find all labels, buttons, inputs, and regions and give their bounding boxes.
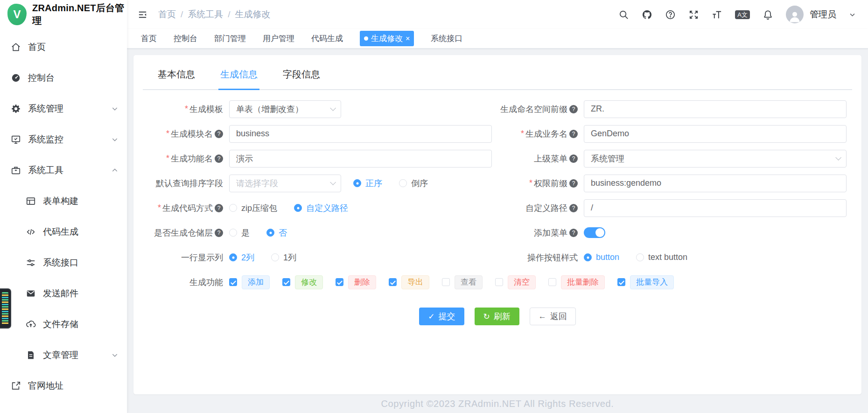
sidebar-item-official-site[interactable]: 官网地址 [0, 371, 127, 401]
sort-field-select[interactable]: 请选择字段 [229, 175, 341, 192]
field-label: 一行显示列 [143, 252, 229, 263]
checkbox-export[interactable]: 导出 [389, 275, 429, 289]
checkbox-batch-import[interactable]: 批量导入 [617, 275, 674, 289]
sidebar-item-send-mail[interactable]: 发送邮件 [0, 278, 127, 309]
form-builder-icon [25, 196, 36, 207]
help-icon[interactable]: ? [569, 204, 578, 212]
browser-extension-widget[interactable] [0, 288, 11, 329]
help-icon[interactable]: ? [569, 130, 578, 138]
sidebar-item-label: 系统工具 [28, 164, 63, 176]
radio-btn-style-button[interactable]: button [584, 252, 619, 262]
radio-icon [266, 229, 274, 237]
checkbox-delete[interactable]: 删除 [336, 275, 376, 289]
checkbox-edit[interactable]: 修改 [282, 275, 323, 289]
tag-home[interactable]: 首页 [141, 33, 157, 44]
help-icon[interactable]: ? [215, 154, 223, 163]
sidebar-item-file-storage[interactable]: 文件存储 [0, 309, 127, 340]
sidebar-item-system-monitor[interactable]: 系统监控 [0, 124, 127, 155]
field-label: 生成命名空间前缀 ? [497, 104, 584, 115]
sidebar-item-dashboard[interactable]: 控制台 [0, 63, 127, 93]
tag-dashboard[interactable]: 控制台 [174, 33, 197, 44]
sidebar-item-system-api[interactable]: 系统接口 [0, 247, 127, 278]
avatar[interactable] [786, 6, 804, 23]
tag-user-admin[interactable]: 用户管理 [263, 33, 294, 44]
custom-path-input[interactable]: / [584, 199, 847, 217]
radio-one-column[interactable]: 1列 [271, 252, 296, 263]
radio-btn-style-text[interactable]: text button [636, 252, 687, 262]
tab-gen-info[interactable]: 生成信息 [218, 65, 259, 90]
font-size-icon[interactable] [712, 9, 722, 20]
logo-row[interactable]: V ZRAdmin.NET后台管理 [0, 0, 127, 29]
username[interactable]: 管理员 [810, 8, 836, 21]
business-name-input[interactable]: GenDemo [584, 125, 847, 143]
sidebar-item-code-gen[interactable]: 代码生成 [0, 217, 127, 247]
monitor-icon [10, 134, 21, 145]
sidebar-item-label: 表单构建 [43, 195, 78, 207]
field-label: 默认查询排序字段 [143, 178, 229, 189]
github-icon[interactable] [642, 9, 652, 20]
checkbox-view[interactable]: 查看 [442, 275, 483, 289]
gear-icon [10, 103, 21, 114]
required-mark: * [158, 203, 161, 213]
help-icon[interactable]: ? [215, 130, 223, 138]
checkbox-clear[interactable]: 清空 [495, 275, 536, 289]
sidebar-item-label: 系统管理 [28, 103, 63, 115]
gen-edit-card: 基本信息 生成信息 字段信息 * 生成模板 单表（增删改查） [133, 55, 861, 394]
perm-prefix-input[interactable]: business:gendemo [584, 175, 847, 192]
namespace-prefix-input[interactable]: ZR. [584, 100, 847, 118]
checkbox-batch-delete[interactable]: 批量删除 [548, 275, 605, 289]
gen-template-select[interactable]: 单表（增删改查） [229, 100, 341, 118]
radio-zip[interactable]: zip压缩包 [229, 203, 277, 214]
refresh-button[interactable]: ↻ 刷新 [475, 308, 519, 325]
help-icon[interactable]: ? [569, 154, 578, 163]
field-label: 生成功能 [143, 277, 229, 288]
help-icon[interactable]: ? [569, 229, 578, 237]
tag-gen-edit-active[interactable]: 生成修改 × [360, 31, 414, 46]
toolbox-icon [10, 165, 21, 176]
function-name-input[interactable]: 演示 [229, 150, 492, 168]
tag-dept-admin[interactable]: 部门管理 [214, 33, 246, 44]
radio-repo-no[interactable]: 否 [266, 227, 287, 238]
tab-basic-info[interactable]: 基本信息 [156, 65, 197, 89]
module-name-input[interactable]: business [229, 125, 492, 143]
parent-menu-select[interactable]: 系统管理 [584, 150, 847, 168]
sidebar-item-system-tools[interactable]: 系统工具 [0, 155, 127, 186]
back-button[interactable]: ← 返回 [530, 308, 576, 325]
radio-sort-asc[interactable]: 正序 [353, 178, 382, 189]
help-icon[interactable]: ? [215, 229, 223, 237]
add-menu-toggle[interactable] [584, 227, 605, 238]
radio-icon [399, 179, 407, 187]
chevron-down-icon[interactable] [849, 11, 856, 18]
language-icon[interactable]: A文 [735, 10, 750, 19]
help-icon[interactable]: ? [215, 204, 223, 212]
chevron-down-icon [111, 105, 119, 112]
form-row-module-name: * 生成模块名 ? business [143, 121, 497, 146]
search-icon[interactable] [618, 9, 629, 20]
submit-button[interactable]: ✓ 提交 [419, 308, 464, 325]
breadcrumb-system-tools[interactable]: 系统工具 [188, 8, 223, 21]
close-icon[interactable]: × [406, 35, 410, 42]
tab-field-info[interactable]: 字段信息 [281, 65, 322, 89]
refresh-icon: ↻ [483, 312, 490, 322]
help-icon[interactable] [665, 9, 676, 20]
checkbox-add[interactable]: 添加 [229, 275, 270, 289]
help-icon[interactable]: ? [569, 179, 578, 188]
sidebar-item-system-admin[interactable]: 系统管理 [0, 93, 127, 124]
radio-repo-yes[interactable]: 是 [229, 227, 250, 238]
field-label: * 权限前缀 ? [497, 178, 584, 189]
radio-sort-desc[interactable]: 倒序 [399, 178, 428, 189]
breadcrumb-separator: / [181, 9, 183, 20]
sidebar-item-home[interactable]: 首页 [0, 32, 127, 63]
radio-two-columns[interactable]: 2列 [229, 252, 254, 263]
radio-custom-path[interactable]: 自定义路径 [294, 203, 348, 214]
tag-code-gen[interactable]: 代码生成 [311, 33, 343, 44]
fullscreen-icon[interactable] [688, 9, 699, 20]
form-actions: ✓ 提交 ↻ 刷新 ← 返回 [143, 308, 852, 325]
sidebar-collapse-icon[interactable] [137, 9, 148, 20]
help-icon[interactable]: ? [569, 105, 578, 113]
tag-system-api[interactable]: 系统接口 [431, 33, 462, 44]
sidebar-item-form-builder[interactable]: 表单构建 [0, 186, 127, 217]
bell-icon[interactable] [763, 9, 773, 20]
sidebar-item-article-admin[interactable]: 文章管理 [0, 340, 127, 371]
breadcrumb-home[interactable]: 首页 [158, 8, 176, 21]
